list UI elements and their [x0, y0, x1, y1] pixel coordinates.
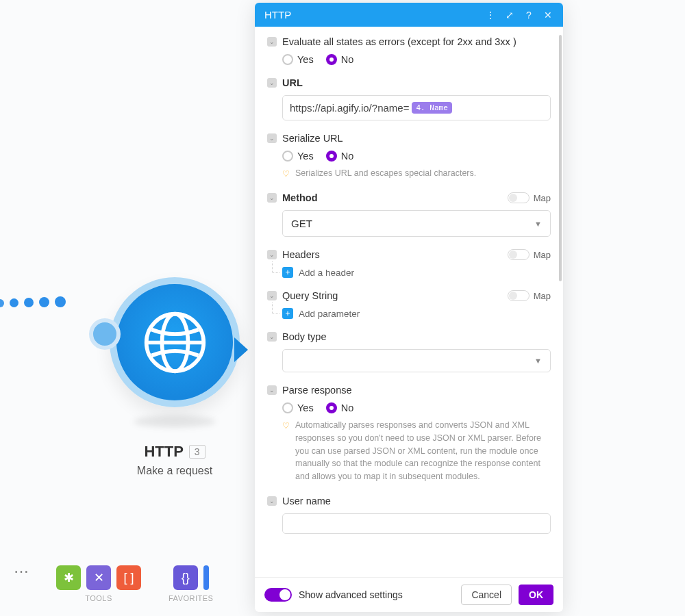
- username-input[interactable]: [282, 513, 551, 534]
- tools-button-3[interactable]: [ ]: [116, 565, 141, 590]
- advanced-settings-toggle[interactable]: [264, 588, 292, 602]
- query-label: Query String: [282, 290, 338, 301]
- node-title: HTTP: [144, 443, 183, 461]
- node-handle-left[interactable]: [89, 318, 121, 350]
- more-menu[interactable]: ⋯: [14, 563, 29, 580]
- serialize-hint: Serializes URL and escapes special chara…: [295, 167, 476, 180]
- node-subtitle: Make a request: [110, 465, 240, 477]
- parse-yes-radio[interactable]: Yes: [282, 402, 314, 413]
- method-map-toggle[interactable]: [508, 192, 530, 203]
- url-mapped-pill[interactable]: 4. Name: [412, 102, 451, 114]
- node-connector-right[interactable]: [234, 337, 248, 362]
- plus-icon: +: [282, 267, 293, 278]
- serialize-no-radio[interactable]: No: [326, 151, 354, 162]
- parse-hint: Automatically parses responses and conve…: [295, 419, 551, 483]
- node-circle[interactable]: [110, 277, 240, 407]
- url-value: https://api.agify.io/?name=: [290, 102, 409, 114]
- globe-icon: [142, 310, 208, 375]
- panel-help-icon[interactable]: ?: [523, 10, 534, 21]
- http-config-panel: HTTP ⋮ ⤢ ? ✕ ⌄ Evaluate all states as er…: [255, 3, 563, 612]
- serialize-label: Serialize URL: [282, 133, 343, 144]
- evaluate-yes-radio[interactable]: Yes: [282, 54, 314, 65]
- panel-expand-icon[interactable]: ⤢: [504, 10, 515, 21]
- brackets-icon: [ ]: [123, 571, 134, 585]
- query-map-toggle[interactable]: [508, 290, 530, 301]
- collapse-icon[interactable]: ⌄: [267, 385, 277, 395]
- favorite-button-1[interactable]: {}: [173, 565, 198, 590]
- plus-icon: +: [282, 308, 293, 319]
- connection-dots: [0, 293, 71, 310]
- panel-footer: Show advanced settings Cancel OK: [255, 577, 563, 612]
- scrollbar-thumb[interactable]: [559, 35, 562, 281]
- panel-header: HTTP ⋮ ⤢ ? ✕: [255, 3, 563, 27]
- collapse-icon[interactable]: ⌄: [267, 332, 277, 342]
- panel-menu-icon[interactable]: ⋮: [485, 10, 496, 21]
- tools-button-2[interactable]: ✕: [86, 565, 111, 590]
- method-label: Method: [282, 192, 318, 203]
- http-node[interactable]: HTTP 3 Make a request: [110, 277, 240, 477]
- parse-label: Parse response: [282, 385, 352, 396]
- cancel-button[interactable]: Cancel: [461, 585, 512, 605]
- body-type-select[interactable]: ▼: [282, 349, 551, 372]
- serialize-yes-radio[interactable]: Yes: [282, 151, 314, 162]
- headers-map-toggle[interactable]: [508, 249, 530, 260]
- braces-icon: {}: [182, 571, 190, 585]
- collapse-icon[interactable]: ⌄: [267, 78, 277, 88]
- panel-body: ⌄ Evaluate all states as errors (except …: [255, 27, 563, 577]
- username-label: User name: [282, 496, 331, 506]
- evaluate-no-radio[interactable]: No: [326, 54, 354, 65]
- panel-close-icon[interactable]: ✕: [543, 10, 553, 21]
- node-shadow: [134, 415, 216, 428]
- headers-map-label: Map: [534, 250, 551, 260]
- method-map-label: Map: [534, 193, 551, 203]
- chevron-down-icon: ▼: [534, 357, 542, 365]
- advanced-settings-label: Show advanced settings: [299, 589, 454, 600]
- add-parameter-button[interactable]: + Add parameter: [267, 308, 551, 319]
- bulb-icon: ♡: [282, 168, 290, 180]
- gear-icon: ✱: [64, 570, 74, 585]
- parse-no-radio[interactable]: No: [326, 402, 354, 413]
- tools-button-1[interactable]: ✱: [56, 565, 81, 590]
- collapse-icon[interactable]: ⌄: [267, 250, 277, 259]
- collapse-icon[interactable]: ⌄: [267, 291, 277, 300]
- headers-label: Headers: [282, 249, 320, 260]
- wrench-icon: ✕: [94, 570, 104, 585]
- add-header-button[interactable]: + Add a header: [267, 267, 551, 278]
- body-type-label: Body type: [282, 331, 327, 342]
- url-input[interactable]: https://api.agify.io/?name= 4. Name: [282, 95, 551, 120]
- query-map-label: Map: [534, 291, 551, 301]
- toolbar-section-tools: TOOLS: [85, 594, 112, 602]
- toolbar-section-favorites: FAVORITES: [169, 594, 213, 602]
- bulb-icon: ♡: [282, 420, 290, 483]
- collapse-icon[interactable]: ⌄: [267, 37, 277, 47]
- collapse-icon[interactable]: ⌄: [267, 193, 277, 203]
- url-label: URL: [282, 77, 303, 88]
- panel-title: HTTP: [264, 9, 477, 21]
- collapse-icon[interactable]: ⌄: [267, 133, 277, 143]
- evaluate-label: Evaluate all states as errors (except fo…: [282, 36, 516, 47]
- node-run-count-badge[interactable]: 3: [189, 445, 206, 459]
- method-value: GET: [291, 218, 312, 229]
- collapse-icon[interactable]: ⌄: [267, 496, 277, 506]
- favorite-button-2[interactable]: [203, 565, 209, 590]
- ok-button[interactable]: OK: [519, 585, 553, 605]
- chevron-down-icon: ▼: [534, 220, 542, 228]
- method-select[interactable]: GET ▼: [282, 210, 551, 237]
